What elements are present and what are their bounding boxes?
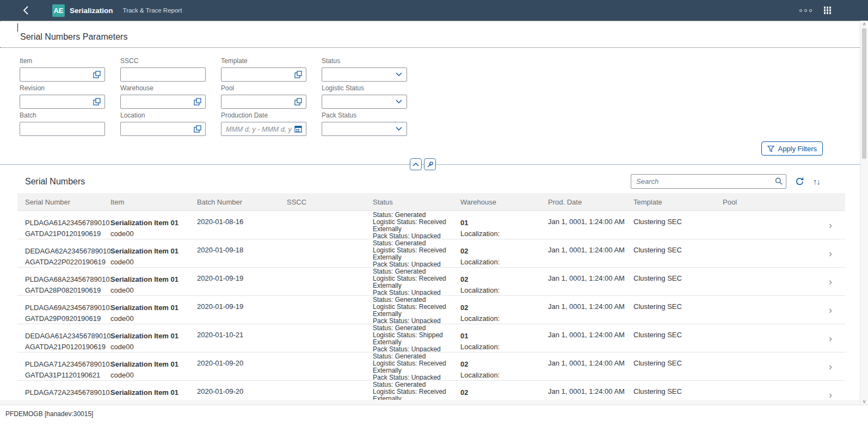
value-help-icon[interactable] [294, 97, 303, 106]
connection-info: PFDEMOGB [hanadev:30015] [5, 410, 93, 418]
warehouse-cell: 02Localization: [460, 381, 548, 400]
row-chevron-icon[interactable]: › [821, 239, 845, 267]
column-header-pool: Pool [723, 193, 821, 211]
vertical-scrollbar[interactable]: ∧ ∨ [860, 21, 868, 405]
shell-page-title: Track & Trace Report [123, 7, 182, 14]
scrollbar-thumb[interactable] [862, 28, 866, 159]
pool-cell [723, 268, 821, 295]
overflow-icon[interactable] [799, 9, 812, 12]
table-row[interactable]: PLDAGA61A234567890101AGATDA21P0120190619… [17, 211, 845, 239]
status-cell: Status: GeneratedLogistic Status: Receiv… [373, 211, 460, 239]
item-cell: Serialization Item 01code00 [110, 296, 197, 324]
status-cell: Status: GeneratedLogistic Status: Receiv… [373, 239, 460, 267]
prod-date-cell: Jan 1, 0001, 1:24:00 AM [548, 296, 633, 324]
value-help-icon[interactable] [193, 125, 202, 133]
filter-input-batch[interactable] [20, 122, 105, 136]
pool-cell [723, 352, 821, 380]
row-chevron-icon[interactable]: › [821, 352, 845, 380]
value-help-icon[interactable] [93, 70, 101, 79]
warehouse-cell: 01Localization: [460, 324, 548, 352]
filter-input-sscc[interactable] [120, 67, 206, 82]
scroll-up-icon[interactable]: ∧ [860, 21, 868, 27]
filter-label-template: Template [221, 57, 306, 65]
batch-cell: 2020-01-09-19 [197, 268, 287, 295]
collapse-header-button[interactable] [410, 158, 422, 170]
search-input[interactable] [631, 174, 786, 189]
filter-field-status: Status [322, 57, 407, 82]
pool-cell [723, 381, 821, 400]
calendar-icon[interactable] [294, 125, 303, 133]
scroll-down-icon[interactable]: ∨ [860, 399, 868, 404]
table-header-row: Serial NumberItemBatch NumberSSCCStatusW… [17, 193, 845, 211]
chevron-down-icon[interactable] [395, 125, 403, 133]
filter-label-item: Item [20, 57, 105, 65]
pin-header-button[interactable] [424, 158, 436, 170]
serial-number-cell: PLDAGA69A234567890103AGATDA29P0920190619 [25, 296, 110, 324]
filter-icon [767, 145, 774, 152]
filter-field-production-date: Production Date [221, 112, 306, 136]
row-chevron-icon[interactable]: › [821, 381, 845, 400]
template-cell: Clustering SEC [633, 381, 723, 400]
value-help-icon[interactable] [93, 97, 101, 106]
sort-icon[interactable]: ↑↓ [813, 177, 820, 186]
filter-label-batch: Batch [20, 112, 105, 119]
app-launcher-icon[interactable] [824, 7, 832, 14]
warehouse-cell: 02Localization: [460, 239, 548, 267]
text-cursor [17, 23, 18, 32]
filter-label-revision: Revision [20, 84, 105, 92]
column-header-template: Template [633, 193, 723, 211]
horizontal-scrollbar[interactable] [0, 400, 860, 405]
filter-field-pack-status: Pack Status [322, 112, 407, 136]
app-title: Serialization [70, 7, 113, 15]
row-chevron-icon[interactable]: › [821, 211, 845, 239]
filter-field-pool: Pool [221, 84, 306, 109]
table-row[interactable]: PLDAGA72A234567890103A Serialization Ite… [17, 381, 845, 400]
item-cell: Serialization Item 01code00 [110, 324, 197, 352]
filter-field-item: Item [20, 57, 105, 82]
table-row[interactable]: PLDAGA69A234567890103AGATDA29P0920190619… [17, 296, 845, 324]
warehouse-cell: 02Localization: [460, 352, 548, 380]
apply-filters-button[interactable]: Apply Filters [761, 141, 823, 156]
filter-label-sscc: SSCC [120, 57, 206, 65]
prod-date-cell: Jan 1, 0001, 1:24:00 AM [548, 211, 633, 239]
table-row[interactable]: PLDAGA68A234567890102AGATDA28P0820190619… [17, 268, 845, 296]
column-header-prod-date: Prod. Date [548, 193, 633, 211]
serial-number-cell: DEDAGA61A234567890101AGATDA21P0120190619 [25, 324, 110, 352]
pool-cell [723, 296, 821, 324]
refresh-icon[interactable] [795, 177, 804, 186]
search-icon[interactable] [775, 177, 783, 187]
column-header-serial-number: Serial Number [25, 193, 110, 211]
table-row[interactable]: DEDAGA62A234567890102AGATDA22P0220190619… [17, 239, 845, 268]
chevron-up-icon [413, 162, 419, 166]
status-bar: PFDEMOGB [hanadev:30015] [0, 405, 868, 427]
row-chevron-icon[interactable]: › [821, 268, 845, 295]
filter-field-batch: Batch [20, 112, 105, 136]
filter-field-sscc: SSCC [120, 57, 206, 82]
chevron-down-icon[interactable] [395, 70, 403, 79]
table-row[interactable]: PLDAGA71A234567890102AGATDA31P1120190621… [17, 352, 845, 381]
sscc-cell [287, 296, 373, 324]
status-cell: Status: GeneratedLogistic Status: Receiv… [373, 296, 460, 324]
batch-cell: 2020-01-09-20 [197, 381, 287, 400]
value-help-icon[interactable] [193, 97, 202, 106]
app-logo: AE [52, 4, 65, 17]
row-chevron-icon[interactable]: › [821, 324, 845, 352]
back-icon[interactable] [15, 5, 37, 15]
batch-cell: 2020-01-09-19 [197, 296, 287, 324]
column-header-warehouse: Warehouse [460, 193, 548, 211]
filter-label-location: Location [120, 112, 206, 119]
batch-cell: 2020-01-10-21 [197, 324, 287, 352]
chevron-down-icon[interactable] [395, 97, 403, 106]
status-cell: Status: GeneratedLogistic Status: Shippe… [373, 324, 460, 352]
filter-label-pool: Pool [221, 84, 306, 92]
table-row[interactable]: DEDAGA61A234567890101AGATDA21P0120190619… [17, 324, 845, 352]
value-help-icon[interactable] [294, 70, 303, 79]
filter-field-location: Location [120, 112, 206, 136]
filter-label-production-date: Production Date [221, 112, 306, 119]
prod-date-cell: Jan 1, 0001, 1:24:00 AM [548, 381, 633, 400]
column-header-status: Status [373, 193, 460, 211]
status-cell: Status: GeneratedLogistic Status: Receiv… [373, 352, 460, 380]
item-cell: Serialization Item 01code00 [110, 352, 197, 380]
main-content: Serial Numbers Parameters Item SSCC Temp… [0, 21, 860, 400]
row-chevron-icon[interactable]: › [821, 296, 845, 324]
